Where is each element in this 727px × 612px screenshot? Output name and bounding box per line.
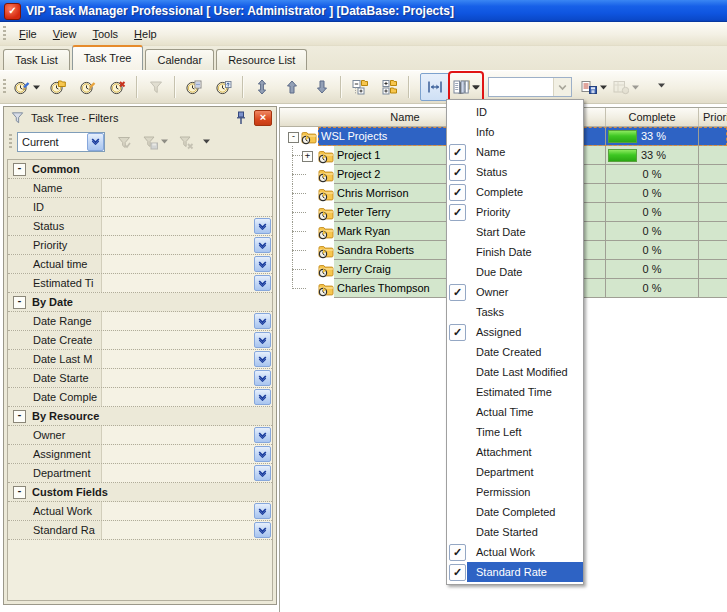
filter-group-by-resource[interactable]: -By Resource [8,407,272,426]
collapse-box-icon[interactable]: - [288,132,299,143]
column-menu-item-due-date[interactable]: Due Date [447,262,583,282]
column-chooser-button[interactable] [450,73,482,101]
chevron-down-icon[interactable] [254,332,271,348]
filter-field-value[interactable] [102,426,272,444]
view-combobox[interactable] [488,77,572,97]
chevron-down-icon[interactable] [254,465,271,481]
tab-task-list[interactable]: Task List [3,49,70,70]
toolbar-grip[interactable] [3,26,6,42]
chevron-down-icon[interactable] [254,370,271,386]
add-subtask-button[interactable] [43,73,73,101]
priority-cell[interactable] [699,279,727,298]
checkmark-icon[interactable]: ✓ [449,564,466,581]
chevron-down-icon[interactable] [254,275,271,291]
filter-field-value[interactable] [102,388,272,406]
column-menu-item-owner[interactable]: ✓Owner [447,282,583,302]
column-menu-item-id[interactable]: ID [447,102,583,122]
priority-cell[interactable] [699,222,727,241]
move-up-button[interactable] [277,73,307,101]
column-menu-item-standard-rate[interactable]: ✓Standard Rate [447,562,583,582]
collapse-box-icon[interactable]: - [13,410,26,423]
checkmark-icon[interactable]: ✓ [449,324,466,341]
filter-group-common[interactable]: -Common [8,160,272,179]
chevron-down-icon[interactable] [254,503,271,519]
column-menu-item-actual-work[interactable]: ✓Actual Work [447,542,583,562]
filter-field-value[interactable] [102,464,272,482]
priority-cell[interactable] [699,203,727,222]
filter-group-custom-fields[interactable]: -Custom Fields [8,483,272,502]
tab-resource-list[interactable]: Resource List [216,49,307,70]
complete-cell[interactable]: 0 % [606,184,699,203]
chevron-down-icon[interactable] [254,313,271,329]
complete-cell[interactable]: 0 % [606,241,699,260]
column-menu-item-info[interactable]: Info [447,122,583,142]
column-menu-item-actual-time[interactable]: Actual Time [447,402,583,422]
complete-cell[interactable]: 33 % [606,146,699,165]
move-down-button[interactable] [307,73,337,101]
edit-task-button[interactable] [73,73,103,101]
tab-calendar[interactable]: Calendar [145,49,214,70]
filter-field-value[interactable] [102,236,272,254]
filter-field-value[interactable] [102,198,272,216]
expand-box-icon[interactable]: + [302,151,313,162]
toolbar-grip[interactable] [9,134,12,150]
column-menu-item-assigned[interactable]: ✓Assigned [447,322,583,342]
column-menu-item-date-created[interactable]: Date Created [447,342,583,362]
column-menu-item-permission[interactable]: Permission [447,482,583,502]
complete-cell[interactable]: 0 % [606,279,699,298]
menubar-item-help[interactable]: Help [126,25,165,43]
chevron-down-icon[interactable] [87,133,104,151]
checkmark-icon[interactable]: ✓ [449,164,466,181]
complete-cell[interactable]: 33 % [606,127,699,146]
filter-field-value[interactable] [102,217,272,235]
column-menu-item-name[interactable]: ✓Name [447,142,583,162]
column-menu-item-department[interactable]: Department [447,462,583,482]
checkmark-icon[interactable]: ✓ [449,144,466,161]
complete-cell[interactable]: 0 % [606,222,699,241]
filter-field-value[interactable] [102,331,272,349]
menubar-item-tools[interactable]: Tools [84,25,126,43]
toolbar-grip[interactable] [3,79,6,95]
column-menu-item-date-last-modified[interactable]: Date Last Modified [447,362,583,382]
task-notes-button[interactable] [179,73,209,101]
toolbar-overflow-button[interactable] [646,71,676,99]
filter-field-value[interactable] [102,521,272,539]
column-menu-item-date-completed[interactable]: Date Completed [447,502,583,522]
filter-tasks-button[interactable] [141,73,171,101]
filter-field-value[interactable] [102,445,272,463]
filter-field-value[interactable] [102,274,272,292]
collapse-box-icon[interactable]: - [13,163,26,176]
column-menu-item-attachment[interactable]: Attachment [447,442,583,462]
chevron-down-icon[interactable] [553,78,571,96]
column-menu-item-finish-date[interactable]: Finish Date [447,242,583,262]
checkmark-icon[interactable]: ✓ [449,544,466,561]
filter-overflow-button[interactable] [199,130,213,154]
filter-field-value[interactable] [102,502,272,520]
chevron-down-icon[interactable] [254,237,271,253]
column-menu-item-complete[interactable]: ✓Complete [447,182,583,202]
chevron-down-icon[interactable] [254,389,271,405]
chevron-down-icon[interactable] [254,218,271,234]
chevron-down-icon[interactable] [254,427,271,443]
column-menu-item-status[interactable]: ✓Status [447,162,583,182]
filter-field-value[interactable] [102,369,272,387]
save-filter-button[interactable] [137,130,173,154]
column-menu-item-start-date[interactable]: Start Date [447,222,583,242]
checkmark-icon[interactable]: ✓ [449,204,466,221]
checkmark-icon[interactable]: ✓ [449,284,466,301]
column-menu-item-date-started[interactable]: Date Started [447,522,583,542]
menubar-item-file[interactable]: File [11,25,45,43]
filter-group-by-date[interactable]: -By Date [8,293,272,312]
collapse-box-icon[interactable]: - [13,486,26,499]
complete-cell[interactable]: 0 % [606,260,699,279]
priority-cell[interactable] [699,146,727,165]
priority-cell[interactable] [699,260,727,279]
grid-settings-button[interactable] [610,73,642,101]
filter-field-value[interactable] [102,179,272,197]
delete-task-button[interactable] [103,73,133,101]
complete-cell[interactable]: 0 % [606,165,699,184]
column-header-priority[interactable]: Priority [699,108,727,126]
filter-field-value[interactable] [102,312,272,330]
filter-field-value[interactable] [102,350,272,368]
column-menu-item-time-left[interactable]: Time Left [447,422,583,442]
